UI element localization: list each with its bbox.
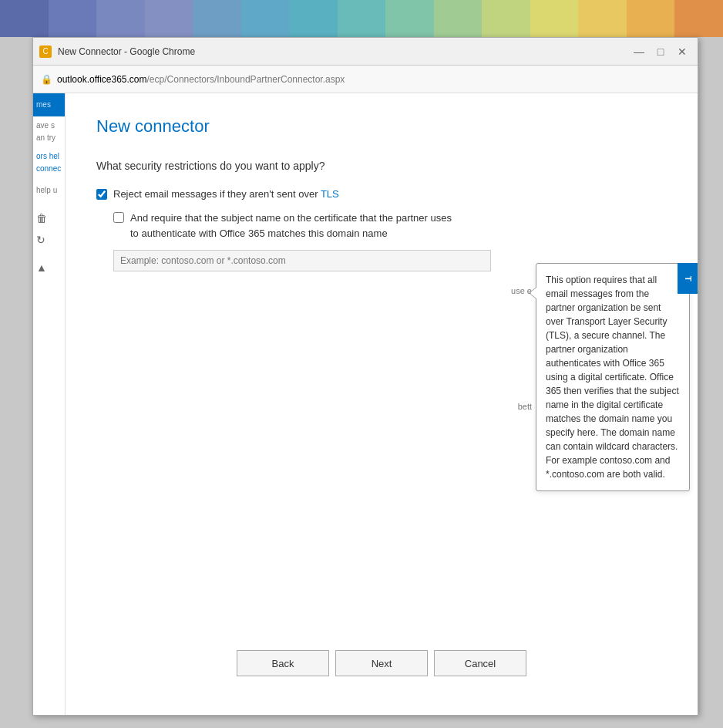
- sidebar-snippet-6: help u: [36, 184, 62, 197]
- title-bar-text: New Connector - Google Chrome: [58, 46, 630, 57]
- maximize-button[interactable]: □: [651, 42, 670, 61]
- cancel-button[interactable]: Cancel: [434, 650, 526, 676]
- option2-label[interactable]: And require that the subject name on the…: [130, 211, 452, 241]
- close-button[interactable]: ✕: [673, 42, 691, 61]
- address-domain: outlook.office365.com: [57, 74, 147, 85]
- expand-icon[interactable]: ▲: [36, 261, 62, 274]
- right-snippet-use: use e: [511, 286, 532, 295]
- sidebar: mes ave s an try ors hel connec help u 🗑…: [33, 93, 66, 715]
- option1-row: Reject email messages if they aren't sen…: [96, 187, 667, 201]
- address-text: outlook.office365.com/ecp/Connectors/Inb…: [57, 74, 345, 85]
- option1-label[interactable]: Reject email messages if they aren't sen…: [113, 187, 339, 201]
- footer-bar: Back Next Cancel: [66, 650, 698, 676]
- title-bar: C New Connector - Google Chrome — □ ✕: [33, 38, 698, 66]
- sidebar-blue-section: mes: [33, 93, 65, 116]
- sidebar-snippet-2: ave s: [36, 120, 62, 132]
- section-question: What security restrictions do you want t…: [96, 160, 667, 172]
- option2-row: And require that the subject name on the…: [113, 211, 667, 241]
- browser-window: C New Connector - Google Chrome — □ ✕ 🔒 …: [32, 37, 698, 716]
- lock-icon: 🔒: [41, 74, 52, 85]
- main-panel: New connector What security restrictions…: [66, 93, 698, 715]
- right-blue-button[interactable]: T: [678, 263, 698, 294]
- favicon: C: [39, 46, 52, 58]
- next-button[interactable]: Next: [335, 650, 428, 676]
- sidebar-snippet-3: an try: [36, 132, 62, 144]
- window-controls: — □ ✕: [630, 42, 691, 61]
- rainbow-bar: [0, 0, 723, 37]
- refresh-icon: ↻: [36, 234, 62, 246]
- address-path: /ecp/Connectors/InboundPartnerConnector.…: [147, 74, 345, 85]
- trash-icon: 🗑: [36, 212, 62, 224]
- option2-checkbox[interactable]: [113, 212, 124, 223]
- domain-input[interactable]: [113, 250, 491, 271]
- tooltip-text: This option requires that all email mess…: [546, 275, 679, 480]
- sidebar-snippet-5: connec: [36, 163, 62, 175]
- minimize-button[interactable]: —: [630, 42, 648, 61]
- right-snippet-bett: bett: [518, 402, 532, 411]
- address-bar: 🔒 outlook.office365.com/ecp/Connectors/I…: [33, 66, 698, 93]
- option1-checkbox[interactable]: [96, 189, 107, 200]
- back-button[interactable]: Back: [237, 650, 329, 676]
- sidebar-snippet-4: ors hel: [36, 150, 62, 163]
- page-title: New connector: [96, 116, 667, 136]
- info-tooltip: This option requires that all email mess…: [536, 263, 690, 491]
- browser-content: mes ave s an try ors hel connec help u 🗑…: [33, 93, 698, 715]
- sidebar-text-1: mes: [36, 99, 62, 110]
